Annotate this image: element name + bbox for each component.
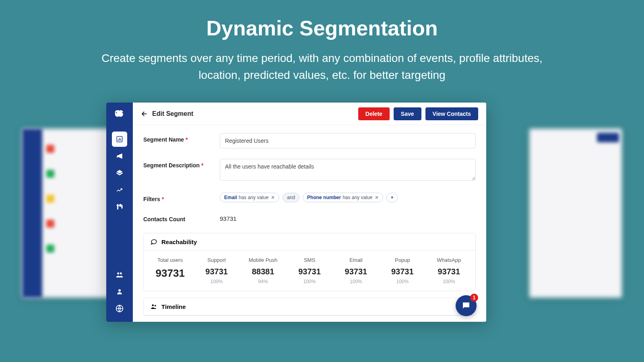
topbar: Edit Segment Delete Save View Contacts <box>133 103 486 125</box>
reachability-title: Reachability <box>161 239 197 245</box>
nav-globe-icon[interactable] <box>112 301 127 316</box>
delete-button[interactable]: Delete <box>358 107 390 120</box>
background-screenshot-right <box>529 129 622 298</box>
chat-bubble-icon <box>150 238 157 245</box>
svg-rect-3 <box>120 139 121 141</box>
segment-name-input[interactable] <box>220 133 476 148</box>
background-screenshot-left-items <box>46 145 54 269</box>
app-logo-icon <box>114 108 126 120</box>
reach-support: Support 93731 100% <box>193 257 239 284</box>
users-icon <box>150 303 157 310</box>
segment-name-label: Segment Name * <box>143 133 220 143</box>
segment-desc-label: Segment Description * <box>143 159 220 169</box>
nav-segments-icon[interactable] <box>112 165 127 181</box>
sidebar <box>106 103 133 322</box>
filters-label: Filters * <box>143 193 220 202</box>
filter-chip-email[interactable]: Email has any value ✕ <box>220 193 279 202</box>
svg-rect-1 <box>118 139 119 141</box>
background-screenshot-right-button <box>597 133 619 142</box>
filter-join-and: and <box>283 193 299 202</box>
main-panel: Edit Segment Delete Save View Contacts S… <box>133 103 486 322</box>
svg-point-9 <box>155 305 156 306</box>
reachability-section: Reachability Total users 93731 Support 9… <box>143 233 476 291</box>
svg-point-5 <box>120 272 122 274</box>
contacts-count-value: 93731 <box>220 213 476 222</box>
reach-popup: Popup 93731 100% <box>379 257 425 284</box>
nav-team-icon[interactable] <box>112 267 127 282</box>
save-button[interactable]: Save <box>394 107 421 120</box>
reach-sms: SMS 93731 100% <box>286 257 332 284</box>
filter-chip-phone[interactable]: Phone number has any value ✕ <box>303 193 383 202</box>
chat-widget-button[interactable]: 1 <box>456 295 477 316</box>
reach-email: Email 93731 100% <box>333 257 379 284</box>
svg-point-6 <box>118 289 121 292</box>
nav-dashboard-icon[interactable] <box>112 132 127 147</box>
nav-campaigns-icon[interactable] <box>112 148 127 164</box>
view-contacts-button[interactable]: View Contacts <box>425 107 478 120</box>
timeline-section: Timeline <box>143 298 476 316</box>
svg-rect-2 <box>119 138 120 141</box>
reach-whatsapp: WhatsApp 93731 100% <box>426 257 472 284</box>
app-window: Edit Segment Delete Save View Contacts S… <box>106 103 486 322</box>
chat-badge: 1 <box>470 294 478 302</box>
close-icon[interactable]: ✕ <box>271 195 275 200</box>
hero-subtitle: Create segments over any time period, wi… <box>80 50 564 84</box>
nav-profile-icon[interactable] <box>112 284 127 299</box>
timeline-title: Timeline <box>161 303 186 310</box>
nav-analytics-icon[interactable] <box>112 182 127 197</box>
background-screenshot-left-sidebar <box>22 129 42 298</box>
hero-title: Dynamic Segmentation <box>0 16 644 40</box>
add-filter-button[interactable]: + <box>386 193 398 202</box>
svg-point-8 <box>152 304 154 306</box>
svg-point-4 <box>117 272 119 274</box>
contacts-count-label: Contacts Count <box>143 213 220 222</box>
arrow-left-icon <box>141 110 148 117</box>
close-icon[interactable]: ✕ <box>375 195 379 200</box>
page-title: Edit Segment <box>152 110 193 117</box>
back-button[interactable]: Edit Segment <box>141 110 193 117</box>
nav-templates-icon[interactable] <box>112 199 127 214</box>
reach-total: Total users 93731 <box>147 257 193 284</box>
reach-mobile-push: Mobile Push 88381 94% <box>240 257 286 284</box>
segment-desc-input[interactable]: All the users have reachable details <box>220 159 476 181</box>
